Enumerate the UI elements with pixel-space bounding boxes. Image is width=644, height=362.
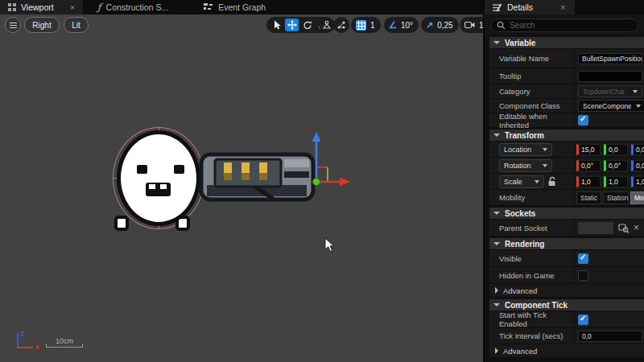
category-dropdown[interactable]: TopdownChar: [578, 85, 642, 97]
section-component-tick-label: Component Tick: [505, 301, 568, 310]
angle-snap-icon: ∠: [387, 20, 397, 31]
section-header-component-tick[interactable]: Component Tick: [489, 299, 644, 311]
scale-x-field[interactable]: 1,0: [576, 176, 601, 187]
component-class-dropdown[interactable]: SceneComponent: [578, 100, 644, 112]
character-sprite[interactable]: [117, 130, 200, 226]
location-dropdown[interactable]: Location: [499, 143, 552, 156]
unreal-editor-window: Viewport × ƒ Construction S... Event Gra…: [0, 0, 644, 362]
collapse-arrow-icon: [493, 242, 500, 245]
rotation-dropdown[interactable]: Rotation: [499, 159, 552, 172]
angle-snap-value[interactable]: 10°: [398, 21, 415, 30]
start-tick-label: Start with Tick Enabled: [489, 311, 575, 327]
lock-open-icon[interactable]: [547, 176, 556, 187]
search-icon: [497, 21, 506, 30]
viewport[interactable]: Right Lit: [0, 14, 483, 362]
surface-snapping-button[interactable]: [319, 17, 335, 33]
collapse-arrow-icon: [493, 41, 500, 44]
tick-interval-label: Tick Interval (secs): [489, 328, 575, 343]
grid-snap-value[interactable]: 1: [368, 21, 378, 30]
mobility-static-button[interactable]: Static: [576, 191, 601, 204]
rendering-advanced-label: Advanced: [503, 286, 537, 295]
tick-interval-input[interactable]: 0,0: [578, 331, 642, 342]
parent-socket-field[interactable]: [578, 222, 613, 234]
rotate-tool-button[interactable]: [300, 19, 314, 31]
transform-gizmo[interactable]: [308, 130, 354, 190]
mobility-stationary-button[interactable]: Stationary: [603, 191, 629, 204]
tab-viewport-close-icon[interactable]: ×: [70, 2, 75, 12]
browse-socket-icon[interactable]: [618, 223, 630, 233]
scale-dropdown[interactable]: Scale: [499, 175, 544, 188]
row-rotation: Rotation 0,0° 0,0° 0,0°: [489, 158, 644, 174]
tab-details[interactable]: Details ×: [485, 0, 575, 14]
expand-arrow-icon: [495, 348, 498, 354]
view-direction-button[interactable]: Right: [24, 17, 60, 33]
viewport-icon: [8, 3, 16, 11]
rotation-x-field[interactable]: 0,0°: [576, 160, 601, 171]
tab-construction-script[interactable]: ƒ Construction S...: [89, 0, 176, 14]
camera-speed-value[interactable]: 1: [477, 21, 483, 30]
location-z-field[interactable]: 0,0: [631, 144, 644, 155]
clear-socket-icon[interactable]: ×: [634, 222, 639, 233]
section-header-rendering[interactable]: Rendering: [489, 238, 644, 250]
rendering-advanced-row[interactable]: Advanced: [489, 284, 644, 298]
view-mode-button[interactable]: Lit: [64, 17, 89, 33]
chevron-down-icon: [636, 105, 641, 108]
scale-y-field[interactable]: 1,0: [604, 176, 628, 187]
rotate-icon: [303, 20, 312, 30]
tab-details-close-icon[interactable]: ×: [560, 2, 565, 12]
row-category: Category TopdownChar: [489, 84, 644, 99]
scale-snap-group[interactable]: ↗ 0,25: [421, 17, 459, 33]
section-header-variable[interactable]: Variable: [489, 37, 644, 49]
axis-x-label: x: [35, 343, 39, 351]
axis-z-label: Z: [20, 330, 25, 338]
variable-name-input[interactable]: BulletSpawnPosition: [578, 53, 642, 64]
search-input[interactable]: [510, 21, 632, 30]
mobility-movable-button[interactable]: Movable: [630, 191, 644, 204]
details-icon: [493, 3, 502, 12]
scale-z-field[interactable]: 1,0: [631, 176, 644, 187]
function-icon: ƒ: [97, 2, 101, 13]
scale-label: Scale: [504, 178, 522, 186]
editable-checkbox[interactable]: [578, 115, 588, 125]
visible-checkbox[interactable]: [578, 253, 588, 264]
location-y-field[interactable]: 0,0: [604, 144, 628, 155]
section-variable-label: Variable: [505, 39, 535, 47]
graph-nodes-icon: [204, 3, 213, 11]
scale-ruler-label: 10cm: [46, 337, 83, 345]
hidden-in-game-checkbox[interactable]: [578, 270, 588, 281]
tooltip-label: Tooltip: [489, 68, 575, 84]
angle-snap-group[interactable]: ∠ 10°: [384, 17, 419, 33]
surface-snapping-icon: [322, 20, 332, 30]
tab-viewport[interactable]: Viewport ×: [0, 0, 83, 14]
component-class-value: SceneComponent: [583, 102, 631, 110]
gun-sprite[interactable]: [199, 151, 316, 203]
select-tool-button[interactable]: [270, 19, 283, 31]
row-start-with-tick: Start with Tick Enabled: [489, 311, 644, 328]
editable-when-inherited-label: Editable when Inherited: [489, 113, 575, 127]
grid-snap-group[interactable]: 1: [351, 17, 381, 33]
visible-label: Visible: [489, 250, 575, 266]
start-tick-checkbox[interactable]: [578, 315, 588, 325]
row-editable-when-inherited: Editable when Inherited: [489, 113, 644, 128]
location-x-field[interactable]: 15,0: [576, 144, 601, 155]
move-tool-button[interactable]: [285, 19, 299, 31]
component-tick-advanced-row[interactable]: Advanced: [489, 344, 644, 358]
search-box[interactable]: [490, 19, 638, 32]
collapse-arrow-icon: [493, 303, 500, 306]
chevron-down-icon: [543, 164, 547, 167]
tab-event-graph[interactable]: Event Graph: [196, 0, 274, 14]
actor-snapping-button[interactable]: [333, 17, 349, 33]
section-header-transform[interactable]: Transform: [489, 130, 644, 142]
viewport-menu-button[interactable]: [5, 17, 21, 33]
rotation-y-field[interactable]: 0,0°: [604, 160, 628, 171]
scale-snap-value[interactable]: 0,25: [435, 21, 455, 30]
mouse-cursor: [324, 237, 336, 253]
rotation-z-field[interactable]: 0,0°: [631, 160, 644, 171]
tooltip-input[interactable]: [578, 71, 642, 82]
component-tick-advanced-label: Advanced: [503, 347, 537, 356]
section-header-sockets[interactable]: Sockets: [489, 208, 644, 220]
chevron-down-icon: [543, 148, 547, 151]
camera-speed-group[interactable]: 1: [460, 17, 483, 33]
character-eye-left: [137, 165, 147, 174]
scale-ruler-line: [46, 347, 83, 348]
